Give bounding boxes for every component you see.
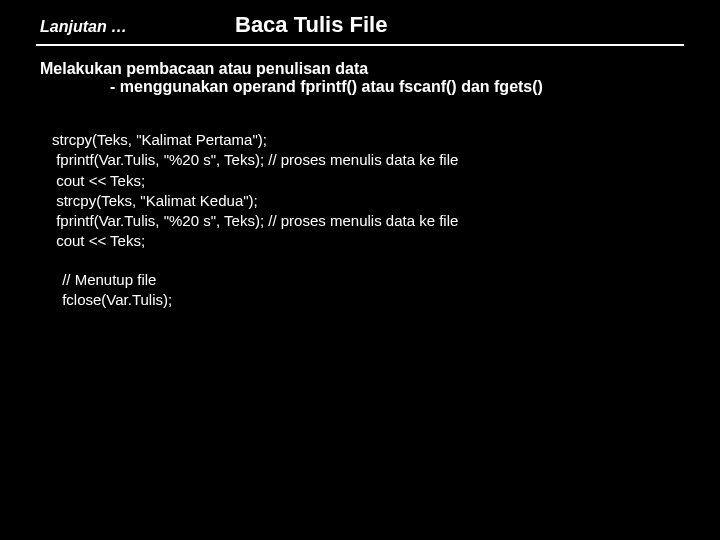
- code-block-2: // Menutup file fclose(Var.Tulis);: [52, 270, 720, 311]
- code-line: strcpy(Teks, "Kalimat Kedua");: [52, 191, 720, 211]
- keyword-fscanf: fscanf(): [399, 78, 457, 95]
- code-line: fprintf(Var.Tulis, "%20 s", Teks); // pr…: [52, 211, 720, 231]
- code-line: fprintf(Var.Tulis, "%20 s", Teks); // pr…: [52, 150, 720, 170]
- code-block: strcpy(Teks, "Kalimat Pertama"); fprintf…: [0, 96, 720, 310]
- divider: [36, 44, 684, 46]
- description-line-1: Melakukan pembacaan atau penulisan data: [0, 60, 720, 78]
- description-line-2: - menggunakan operand fprintf() atau fsc…: [0, 78, 720, 96]
- code-comment: // Menutup file: [58, 270, 720, 290]
- continued-label: Lanjutan …: [40, 18, 235, 36]
- keyword-fgets: fgets(): [494, 78, 543, 95]
- code-line: fclose(Var.Tulis);: [58, 290, 720, 310]
- desc2-prefix: - menggunakan operand: [110, 78, 300, 95]
- header-row: Lanjutan … Baca Tulis File: [0, 12, 720, 44]
- code-line: strcpy(Teks, "Kalimat Pertama");: [52, 130, 720, 150]
- desc2-mid2: dan: [457, 78, 494, 95]
- code-line: cout << Teks;: [52, 171, 720, 191]
- code-line: cout << Teks;: [52, 231, 720, 251]
- desc2-mid1: atau: [357, 78, 399, 95]
- page-title: Baca Tulis File: [235, 12, 387, 38]
- keyword-fprintf: fprintf(): [300, 78, 357, 95]
